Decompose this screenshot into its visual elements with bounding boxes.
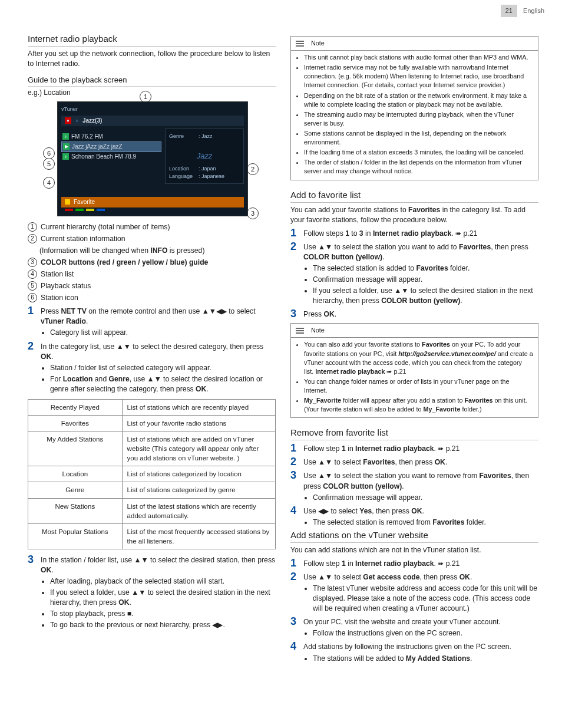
addfav-s2-b3: If you select a folder, use ▲▼ to select… bbox=[313, 286, 538, 306]
page-number: 21 bbox=[501, 5, 517, 17]
cat-2-desc: List of stations which are added on vTun… bbox=[122, 431, 275, 466]
addfav-num-2: 2 bbox=[290, 241, 303, 262]
callout-2: 2 bbox=[247, 163, 259, 175]
remfav-step-4: Use ◀▶ to select Yes, then press OK. bbox=[303, 505, 538, 516]
heading-guide: Guide to the playback screen bbox=[28, 75, 276, 87]
step-1: Press NET TV on the remote control and t… bbox=[41, 305, 276, 327]
step-2-bullet-2: For Location and Genre, use ▲▼ to select… bbox=[50, 374, 276, 394]
tv-hierarchy: Jazz(3) bbox=[82, 117, 102, 125]
step-3-bullet-2: If you select a folder, use ▲▼ to select… bbox=[50, 588, 276, 608]
tv-row2: Jazz jAzz jaZz jazZ bbox=[72, 143, 123, 151]
cat-0-name: Recently Played bbox=[28, 399, 123, 415]
legend-3: COLOR buttons (red / green / yellow / bl… bbox=[41, 258, 276, 268]
step-num-2: 2 bbox=[28, 341, 41, 362]
note1-item: The streaming audio may be interrupted d… bbox=[304, 110, 533, 128]
note1-item: Internet radio service may not be fully … bbox=[304, 63, 533, 90]
note1-item: The order of station / folder in the lis… bbox=[304, 158, 533, 176]
cat-3-name: Location bbox=[28, 466, 123, 482]
addvt-num-1: 1 bbox=[290, 558, 303, 569]
addvt-s2-b1: The latest vTuner website address and ac… bbox=[313, 584, 538, 614]
heading-internet-radio: Internet radio playback bbox=[28, 32, 276, 47]
cat-0-desc: List of stations which are recently play… bbox=[122, 399, 275, 415]
svg-rect-4 bbox=[296, 330, 304, 331]
tv-row1: FM 76.2 FM bbox=[71, 133, 103, 141]
left-column: Internet radio playback After you set up… bbox=[28, 32, 276, 665]
example-label: e.g.) Location bbox=[28, 88, 276, 98]
step-2: In the category list, use ▲▼ to select t… bbox=[41, 341, 276, 362]
heading-add-vtuner: Add stations on the vTuner website bbox=[290, 529, 538, 543]
legend-1: Current hierarchy (total number of items… bbox=[41, 222, 276, 232]
step-1-bullet: Category list will appear. bbox=[50, 328, 276, 338]
legend-2-extra: (Information will be changed when INFO i… bbox=[39, 246, 276, 256]
addvt-num-4: 4 bbox=[290, 641, 303, 652]
callout-4: 4 bbox=[43, 177, 55, 189]
heading-remove-favorite: Remove from favorite list bbox=[290, 426, 538, 440]
addfav-intro: You can add your favorite stations to Fa… bbox=[290, 205, 538, 225]
remfav-s4-b1: The selected station is removed from Fav… bbox=[313, 518, 538, 528]
remfav-num-4: 4 bbox=[290, 505, 303, 516]
cat-4-desc: List of stations categorized by genre bbox=[122, 482, 275, 498]
heading-add-favorite: Add to favorite list bbox=[290, 189, 538, 203]
addfav-s2-b1: The selected station is added to Favorit… bbox=[313, 263, 538, 274]
legend-num-4: 4 bbox=[28, 269, 37, 279]
note2-item-3: My_Favorite folder will appear after you… bbox=[304, 396, 533, 414]
addfav-step-2: Use ▲▼ to select the station you want to… bbox=[303, 241, 538, 262]
legend-num-1: 1 bbox=[28, 222, 37, 232]
callout-1: 1 bbox=[140, 91, 151, 103]
step-2-bullet-1: Station / folder list of selected catego… bbox=[50, 363, 276, 373]
note1-item: Some stations cannot be displayed in the… bbox=[304, 129, 533, 147]
remfav-num-1: 1 bbox=[290, 443, 303, 454]
cat-5-desc: List of the latest stations which are re… bbox=[122, 498, 275, 523]
remfav-step-2: Use ▲▼ to select Favorites, then press O… bbox=[303, 456, 538, 467]
tv-info-panel: Genre: Jazz Jazz Location: Japan Languag… bbox=[165, 129, 244, 184]
legend-num-2: 2 bbox=[28, 234, 37, 243]
callout-6: 6 bbox=[43, 147, 55, 159]
svg-rect-0 bbox=[296, 41, 304, 42]
addvt-num-3: 3 bbox=[290, 616, 303, 627]
svg-rect-2 bbox=[296, 45, 304, 47]
addvt-step-4: Add stations by following the instructio… bbox=[303, 641, 538, 652]
music-icon: ♪ bbox=[74, 117, 80, 124]
right-column: Note This unit cannot play back stations… bbox=[290, 32, 538, 665]
cat-1-desc: List of your favorite radio stations bbox=[122, 416, 275, 431]
svg-rect-3 bbox=[296, 328, 304, 329]
cat-1-name: Favorites bbox=[28, 416, 123, 431]
addvt-num-2: 2 bbox=[290, 571, 303, 582]
play-icon: ▶ bbox=[63, 143, 70, 150]
legend-num-3: 3 bbox=[28, 258, 37, 267]
note2-item-1: You can also add your favorite stations … bbox=[304, 340, 533, 375]
remfav-s3-b1: Confirmation message will appear. bbox=[313, 493, 538, 503]
note-title-2: Note bbox=[311, 326, 325, 335]
step-3-bullet-1: After loading, playback of the selected … bbox=[50, 577, 276, 587]
step-num-3: 3 bbox=[28, 554, 41, 575]
note-title-1: Note bbox=[311, 39, 325, 48]
note1-item: If the loading time of a station exceeds… bbox=[304, 148, 533, 157]
addfav-step-3: Press OK. bbox=[303, 308, 538, 319]
remfav-num-2: 2 bbox=[290, 456, 303, 467]
step-3-bullet-4: To go back to the previous or next hiera… bbox=[50, 620, 276, 630]
svg-rect-1 bbox=[296, 43, 304, 44]
note-box-2: Note You can also add your favorite stat… bbox=[290, 323, 538, 418]
rec-icon: ● bbox=[65, 117, 71, 124]
remfav-step-3: Use ▲▼ to select the station you want to… bbox=[303, 470, 538, 491]
remfav-step-1: Follow step 1 in Internet radio playback… bbox=[303, 443, 538, 454]
note1-item: Depending on the bit rate of a station o… bbox=[304, 91, 533, 109]
remfav-num-3: 3 bbox=[290, 470, 303, 491]
page-lang: English bbox=[523, 6, 544, 15]
step-3: In the station / folder list, use ▲▼ to … bbox=[41, 554, 276, 575]
note-box-1: Note This unit cannot play back stations… bbox=[290, 36, 538, 180]
addvt-intro: You can add stations which are not in th… bbox=[290, 545, 538, 555]
addfav-num-1: 1 bbox=[290, 228, 303, 239]
yellow-square-icon bbox=[65, 199, 70, 205]
addvt-s4-b1: The stations will be added to My Added S… bbox=[313, 654, 538, 664]
addvt-step-3: On your PC, visit the website and create… bbox=[303, 616, 538, 627]
cat-2-name: My Added Stations bbox=[28, 431, 123, 466]
legend-2: Current station information bbox=[41, 234, 276, 244]
cat-4-name: Genre bbox=[28, 482, 123, 498]
station-icon: ♪ bbox=[62, 133, 69, 140]
category-table: Recently PlayedList of stations which ar… bbox=[28, 399, 276, 549]
tv-brand: vTuner bbox=[61, 106, 78, 113]
legend-5: Playback status bbox=[41, 281, 276, 291]
callout-5: 5 bbox=[43, 158, 55, 170]
cat-6-name: Most Popular Stations bbox=[28, 523, 123, 549]
